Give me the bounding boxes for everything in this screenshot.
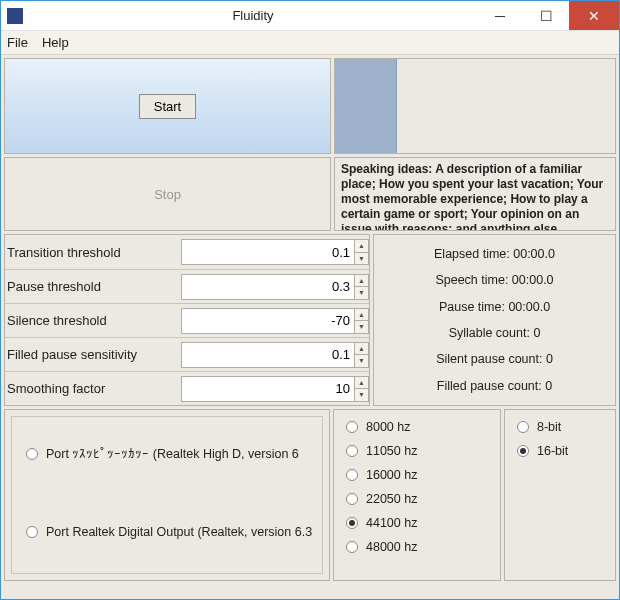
silence-input[interactable]: [181, 308, 355, 334]
spin-up-icon[interactable]: ▲: [355, 275, 368, 288]
titlebar: Fluidity ─ ☐ ✕: [1, 1, 619, 31]
ports-group: Port ｯｽｯﾋﾟｯｰｯｶｯｰ (Realtek High D, versio…: [11, 416, 323, 574]
smoothing-spinner[interactable]: ▲▼: [355, 376, 369, 402]
spin-down-icon[interactable]: ▼: [355, 287, 368, 299]
rate-label: 48000 hz: [366, 540, 417, 554]
start-panel: Start: [4, 58, 331, 154]
spin-down-icon[interactable]: ▼: [355, 321, 368, 333]
filled-input[interactable]: [181, 342, 355, 368]
port-option-1[interactable]: Port ｯｽｯﾋﾟｯｰｯｶｯｰ (Realtek High D, versio…: [12, 447, 322, 461]
content-area: Start Stop Speaking ideas: A description…: [1, 55, 619, 599]
bit-16[interactable]: 16-bit: [517, 444, 603, 458]
bit-8[interactable]: 8-bit: [517, 420, 603, 434]
radio-icon: [517, 445, 529, 457]
pause-spinner[interactable]: ▲▼: [355, 274, 369, 300]
transition-input[interactable]: [181, 239, 355, 265]
param-label: Transition threshold: [5, 245, 181, 260]
spin-up-icon[interactable]: ▲: [355, 377, 368, 390]
bit-label: 16-bit: [537, 444, 568, 458]
param-silence: Silence threshold ▲▼: [5, 303, 369, 337]
rate-label: 22050 hz: [366, 492, 417, 506]
param-filled: Filled pause sensitivity ▲▼: [5, 337, 369, 371]
rate-label: 16000 hz: [366, 468, 417, 482]
param-pause: Pause threshold ▲▼: [5, 269, 369, 303]
stat-pause: Pause time: 00:00.0: [439, 300, 550, 314]
rate-label: 44100 hz: [366, 516, 417, 530]
spin-down-icon[interactable]: ▼: [355, 389, 368, 401]
spin-up-icon[interactable]: ▲: [355, 343, 368, 356]
stat-filled: Filled pause count: 0: [437, 379, 552, 393]
port-label: Port ｯｽｯﾋﾟｯｰｯｶｯｰ (Realtek High D, versio…: [46, 447, 299, 461]
radio-icon: [346, 469, 358, 481]
spin-down-icon[interactable]: ▼: [355, 253, 368, 265]
app-icon: [7, 8, 23, 24]
param-label: Filled pause sensitivity: [5, 347, 181, 362]
params-panel: Transition threshold ▲▼ Pause threshold …: [4, 234, 370, 406]
menubar: File Help: [1, 31, 619, 55]
rate-44100[interactable]: 44100 hz: [346, 516, 488, 530]
stats-panel: Elapsed time: 00:00.0 Speech time: 00:00…: [373, 234, 616, 406]
stop-button[interactable]: Stop: [154, 187, 181, 202]
stat-elapsed: Elapsed time: 00:00.0: [434, 247, 555, 261]
param-smoothing: Smoothing factor ▲▼: [5, 371, 369, 405]
spin-down-icon[interactable]: ▼: [355, 355, 368, 367]
transition-spinner[interactable]: ▲▼: [355, 239, 369, 265]
app-window: Fluidity ─ ☐ ✕ File Help Start Stop Spea…: [0, 0, 620, 600]
spin-up-icon[interactable]: ▲: [355, 240, 368, 253]
smoothing-input[interactable]: [181, 376, 355, 402]
menu-file[interactable]: File: [7, 35, 28, 50]
progress-panel: [334, 58, 616, 154]
param-transition: Transition threshold ▲▼: [5, 235, 369, 269]
menu-help[interactable]: Help: [42, 35, 69, 50]
rate-label: 8000 hz: [366, 420, 410, 434]
bit-panel: 8-bit 16-bit: [504, 409, 616, 581]
radio-icon: [346, 445, 358, 457]
ports-panel: Port ｯｽｯﾋﾟｯｰｯｶｯｰ (Realtek High D, versio…: [4, 409, 330, 581]
minimize-button[interactable]: ─: [477, 1, 523, 30]
rate-8000[interactable]: 8000 hz: [346, 420, 488, 434]
rate-22050[interactable]: 22050 hz: [346, 492, 488, 506]
radio-icon: [346, 421, 358, 433]
ideas-panel: Speaking ideas: A description of a famil…: [334, 157, 616, 231]
maximize-button[interactable]: ☐: [523, 1, 569, 30]
filled-spinner[interactable]: ▲▼: [355, 342, 369, 368]
rate-label: 11050 hz: [366, 444, 417, 458]
pause-input[interactable]: [181, 274, 355, 300]
radio-icon: [346, 517, 358, 529]
radio-icon: [26, 448, 38, 460]
silence-spinner[interactable]: ▲▼: [355, 308, 369, 334]
rate-panel: 8000 hz 11050 hz 16000 hz 22050 hz 44100…: [333, 409, 501, 581]
param-label: Silence threshold: [5, 313, 181, 328]
rate-11050[interactable]: 11050 hz: [346, 444, 488, 458]
progress-fill: [335, 59, 397, 153]
window-buttons: ─ ☐ ✕: [477, 1, 619, 30]
stat-syllable: Syllable count: 0: [449, 326, 541, 340]
param-label: Smoothing factor: [5, 381, 181, 396]
port-option-2[interactable]: Port Realtek Digital Output (Realtek, ve…: [12, 525, 322, 539]
window-title: Fluidity: [29, 8, 477, 23]
bit-label: 8-bit: [537, 420, 561, 434]
radio-icon: [26, 526, 38, 538]
start-button[interactable]: Start: [139, 94, 196, 119]
rate-48000[interactable]: 48000 hz: [346, 540, 488, 554]
param-label: Pause threshold: [5, 279, 181, 294]
stat-speech: Speech time: 00:00.0: [435, 273, 553, 287]
stop-panel: Stop: [4, 157, 331, 231]
rate-16000[interactable]: 16000 hz: [346, 468, 488, 482]
stat-silent: Silent pause count: 0: [436, 352, 553, 366]
radio-icon: [346, 493, 358, 505]
radio-icon: [517, 421, 529, 433]
radio-icon: [346, 541, 358, 553]
port-label: Port Realtek Digital Output (Realtek, ve…: [46, 525, 312, 539]
close-button[interactable]: ✕: [569, 1, 619, 30]
spin-up-icon[interactable]: ▲: [355, 309, 368, 322]
